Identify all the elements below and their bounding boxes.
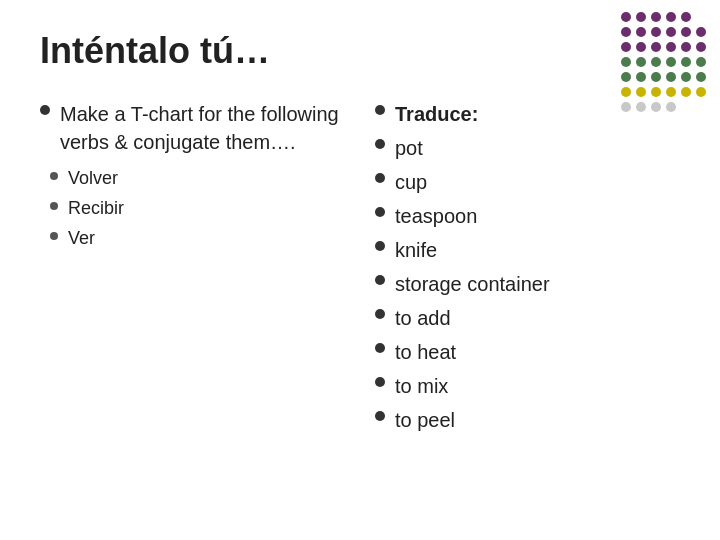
sub-bullet-dot <box>50 202 58 210</box>
traduce-label: Traduce: <box>395 100 478 128</box>
right-list-item: to peel <box>375 406 680 434</box>
decorative-dot <box>696 57 706 67</box>
right-item-text: knife <box>395 236 437 264</box>
sub-list: VolverRecibirVer <box>50 166 345 252</box>
decorative-dot <box>621 12 631 22</box>
decorative-dot <box>621 102 631 112</box>
decorative-dot <box>696 12 706 22</box>
decorative-dot <box>681 102 691 112</box>
right-column: Traduce: potcupteaspoonknifestorage cont… <box>365 100 680 440</box>
right-item-text: cup <box>395 168 427 196</box>
decorative-dot <box>636 42 646 52</box>
content-row: Make a T-chart for the following verbs &… <box>40 100 680 440</box>
right-item-text: to heat <box>395 338 456 366</box>
decorative-dot <box>696 27 706 37</box>
sub-item-text: Ver <box>68 226 95 251</box>
right-list-item: teaspoon <box>375 202 680 230</box>
right-list-item: cup <box>375 168 680 196</box>
right-item-bullet-dot <box>375 343 385 353</box>
right-list: potcupteaspoonknifestorage containerto a… <box>375 134 680 434</box>
decorative-dot <box>666 102 676 112</box>
decorative-dot <box>621 87 631 97</box>
decorative-dot <box>636 27 646 37</box>
sub-list-item: Volver <box>50 166 345 191</box>
decorative-dot <box>681 27 691 37</box>
right-item-bullet-dot <box>375 241 385 251</box>
decorative-dot <box>696 102 706 112</box>
decorative-dot <box>666 42 676 52</box>
right-item-text: to add <box>395 304 451 332</box>
right-item-bullet-dot <box>375 309 385 319</box>
decorative-dot <box>696 42 706 52</box>
right-item-bullet-dot <box>375 377 385 387</box>
bullet-dot <box>40 105 50 115</box>
sub-item-text: Volver <box>68 166 118 191</box>
decorative-dot <box>666 57 676 67</box>
right-item-bullet-dot <box>375 275 385 285</box>
sub-bullet-dot <box>50 232 58 240</box>
decorative-dot <box>666 72 676 82</box>
decorative-dot <box>681 57 691 67</box>
decorative-dot <box>681 12 691 22</box>
right-item-bullet-dot <box>375 139 385 149</box>
decorative-dot <box>696 72 706 82</box>
decorative-dot <box>636 12 646 22</box>
decorative-dot <box>651 42 661 52</box>
decorative-dot <box>636 72 646 82</box>
decorative-dot <box>666 27 676 37</box>
right-item-text: to peel <box>395 406 455 434</box>
main-bullet-text: Make a T-chart for the following verbs &… <box>60 100 345 156</box>
decorative-dot <box>636 57 646 67</box>
right-list-item: to mix <box>375 372 680 400</box>
right-item-bullet-dot <box>375 411 385 421</box>
decorative-dot <box>651 87 661 97</box>
decorative-dot <box>666 12 676 22</box>
decorative-dot <box>636 102 646 112</box>
decorative-dot <box>621 42 631 52</box>
decorative-dot <box>621 57 631 67</box>
main-bullet-item: Make a T-chart for the following verbs &… <box>40 100 345 156</box>
decorative-dot <box>681 42 691 52</box>
right-item-text: to mix <box>395 372 448 400</box>
right-item-text: teaspoon <box>395 202 477 230</box>
page-container: Inténtalo tú… Make a T-chart for the fol… <box>0 0 720 540</box>
right-item-bullet-dot <box>375 173 385 183</box>
decorative-dot <box>651 12 661 22</box>
sub-bullet-dot <box>50 172 58 180</box>
decorative-dot <box>681 87 691 97</box>
sub-list-item: Ver <box>50 226 345 251</box>
decorative-dot <box>651 72 661 82</box>
right-item-text: pot <box>395 134 423 162</box>
right-list-item: storage container <box>375 270 680 298</box>
decorative-dot <box>696 87 706 97</box>
right-list-item: to heat <box>375 338 680 366</box>
right-list-item: knife <box>375 236 680 264</box>
decorative-dot <box>666 87 676 97</box>
page-title: Inténtalo tú… <box>40 30 680 72</box>
decorative-dot <box>651 102 661 112</box>
decorative-dot <box>621 72 631 82</box>
decorative-dot-grid <box>621 12 708 114</box>
decorative-dot <box>681 72 691 82</box>
right-item-text: storage container <box>395 270 550 298</box>
right-item-bullet-dot <box>375 207 385 217</box>
sub-list-item: Recibir <box>50 196 345 221</box>
decorative-dot <box>621 27 631 37</box>
right-list-item: to add <box>375 304 680 332</box>
right-list-item: pot <box>375 134 680 162</box>
sub-item-text: Recibir <box>68 196 124 221</box>
decorative-dot <box>636 87 646 97</box>
decorative-dot <box>651 57 661 67</box>
decorative-dot <box>651 27 661 37</box>
right-bullet-dot-label <box>375 105 385 115</box>
left-column: Make a T-chart for the following verbs &… <box>40 100 365 257</box>
